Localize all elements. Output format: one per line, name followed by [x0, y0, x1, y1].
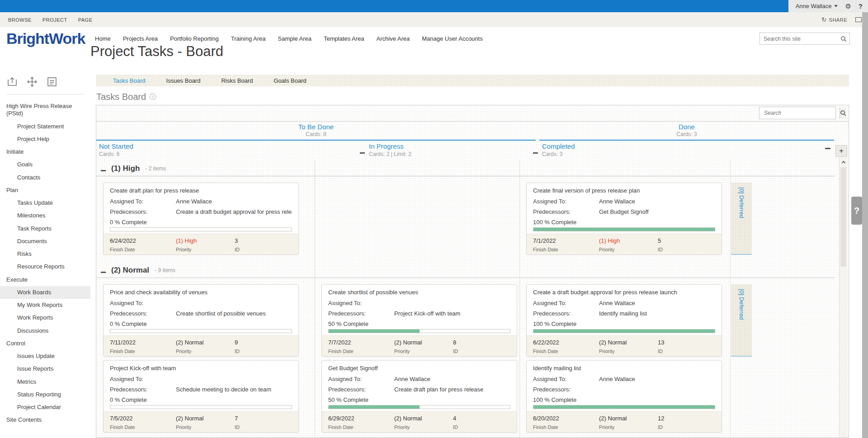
sidebar-item[interactable]: Project Calendar [0, 401, 90, 414]
focus-mode-icon[interactable] [855, 17, 862, 22]
collapse-lane-button[interactable] [101, 272, 106, 273]
help-icon[interactable]: ? [859, 2, 863, 10]
sidebar-item[interactable]: Resource Reports [0, 260, 90, 273]
id-value: 8 [453, 339, 510, 346]
deferred-collapsed-column[interactable]: [0] Deferred [731, 183, 752, 255]
task-card[interactable]: Create final version of press release pl… [526, 183, 722, 255]
top-nav-link[interactable]: Training Area [231, 35, 266, 42]
priority-value: (2) Normal [394, 339, 453, 346]
sidebar-item[interactable]: Tasks Update [0, 197, 90, 209]
sidebar-item[interactable]: Site Contents [0, 414, 90, 426]
share-button[interactable]: ↻ SHARE [821, 17, 847, 23]
info-icon[interactable]: ⓘ [150, 93, 156, 101]
move-icon[interactable] [26, 76, 38, 88]
gear-icon[interactable]: ⚙ [845, 2, 851, 10]
top-nav-link[interactable]: Archive Area [377, 35, 410, 42]
top-nav-link[interactable]: Projects Area [123, 35, 158, 42]
collapse-column-button[interactable] [533, 152, 538, 154]
progress-bar [110, 329, 292, 333]
percent-complete-label: 50 % Complete [328, 320, 510, 327]
assigned-to-label: Assigned To: [533, 300, 599, 306]
sidebar-item[interactable]: Initiate [0, 146, 90, 158]
assigned-to-label: Assigned To: [110, 198, 176, 205]
sidebar-item[interactable]: Issue Reports [0, 363, 90, 375]
sidebar-item[interactable]: Milestones [0, 209, 90, 222]
board-search-input[interactable] [760, 107, 840, 119]
scroll-up-button[interactable] [840, 157, 847, 166]
board-tab[interactable]: Issues Board [166, 77, 201, 84]
ribbon-tab[interactable]: PAGE [78, 17, 93, 23]
board-zoom-in-button[interactable]: + [835, 145, 847, 157]
brightwork-logo[interactable]: BrightWork [6, 30, 85, 47]
collapse-lane-button[interactable] [101, 170, 106, 171]
top-nav-link[interactable]: Home [95, 35, 111, 42]
page-scrollbar[interactable] [862, 12, 868, 438]
task-card[interactable]: Price and check availability of venues A… [103, 284, 299, 357]
task-card[interactable]: Get Budget Signoff Assigned To: Anne Wal… [321, 360, 517, 433]
board-search-icon[interactable] [840, 107, 846, 119]
board-tab[interactable]: Goals Board [274, 77, 307, 84]
sidebar-item[interactable]: Goals [0, 158, 90, 171]
sidebar-item[interactable]: Work Reports [0, 311, 90, 324]
sidebar-item[interactable]: Discussions [0, 325, 90, 337]
task-card[interactable]: Identify mailing list Assigned To: Anne … [526, 360, 722, 433]
scrollbar-thumb[interactable] [840, 167, 846, 267]
sidebar-item[interactable]: Documents [0, 235, 90, 248]
finish-date-label: Finish Date [110, 349, 176, 354]
board-tab[interactable]: Risks Board [221, 77, 253, 84]
deferred-collapsed-column[interactable]: [0] Deferred [731, 284, 752, 357]
top-nav-link[interactable]: Templates Area [324, 35, 364, 42]
sidebar-item[interactable]: Control [0, 337, 90, 350]
sidebar-item[interactable]: High Wire Press Release (PStd) [0, 100, 90, 120]
predecessors-label: Predecessors: [533, 386, 599, 393]
super-column-label: To Be Done [96, 123, 536, 131]
user-menu[interactable]: Anne Wallace [796, 3, 838, 9]
ribbon-tab[interactable]: BROWSE [8, 17, 32, 23]
site-search-icon[interactable] [838, 33, 849, 44]
board-scrollbar[interactable] [839, 157, 847, 438]
sidebar-item[interactable]: Execute [0, 273, 90, 286]
ribbon-tab[interactable]: PROJECT [42, 17, 67, 23]
sidebar-item[interactable]: My Work Reports [0, 299, 90, 311]
chevron-down-icon [834, 5, 838, 7]
top-nav-link[interactable]: Sample Area [278, 35, 311, 42]
sidebar-item[interactable]: Status Reporting [0, 388, 90, 401]
list-icon[interactable] [46, 76, 58, 88]
sidebar-item[interactable]: Task Reports [0, 222, 90, 235]
predecessors-label: Predecessors: [110, 310, 176, 317]
percent-complete-label: 100 % Complete [533, 219, 715, 226]
site-search-input[interactable] [760, 36, 838, 42]
sidebar-item[interactable]: Risks [0, 248, 90, 260]
sidebar-item[interactable]: Project Statement [0, 120, 90, 133]
task-card[interactable]: Create a draft budget approval for press… [526, 284, 722, 357]
collapse-column-button[interactable] [360, 152, 365, 154]
export-icon[interactable] [6, 76, 18, 88]
top-nav-link[interactable]: Manage User Accounts [422, 35, 482, 42]
sidebar-item[interactable]: Metrics [0, 376, 90, 388]
top-nav-link[interactable]: Portfolio Reporting [170, 35, 219, 42]
sidebar-item[interactable]: Project Help [0, 133, 90, 146]
assigned-to-value: Anne Wallace [176, 198, 212, 205]
chevron-up-icon [841, 160, 845, 164]
board-zoom-out-button[interactable] [825, 148, 830, 149]
task-title: Project Kick-off with team [110, 365, 292, 372]
assigned-to-label: Assigned To: [328, 376, 394, 382]
sidebar-item[interactable]: Work Boards [0, 286, 90, 299]
sidebar: High Wire Press Release (PStd)Project St… [0, 72, 90, 438]
task-card[interactable]: Project Kick-off with team Assigned To: … [103, 360, 299, 433]
task-title: Price and check availability of venues [110, 289, 292, 296]
share-icon: ↻ [821, 17, 826, 23]
finish-date-label: Finish Date [533, 247, 599, 252]
feedback-help-tab[interactable]: ? [851, 197, 862, 225]
board-tab[interactable]: Tasks Board [113, 77, 146, 84]
task-card[interactable]: Create shortlist of possible venues Assi… [321, 284, 517, 357]
sidebar-item[interactable]: Contacts [0, 171, 90, 184]
sidebar-item[interactable]: Plan [0, 184, 90, 197]
swimlane-header: (2) Normal - 9 items [96, 262, 835, 278]
task-card[interactable]: Create draft plan for press release Assi… [103, 183, 299, 255]
assigned-to-label: Assigned To: [533, 376, 599, 382]
finish-date-label: Finish Date [533, 424, 599, 430]
priority-label: Priority [394, 424, 453, 430]
board-heading: Tasks Board ⓘ [96, 92, 156, 102]
sidebar-item[interactable]: Issues Update [0, 350, 90, 363]
